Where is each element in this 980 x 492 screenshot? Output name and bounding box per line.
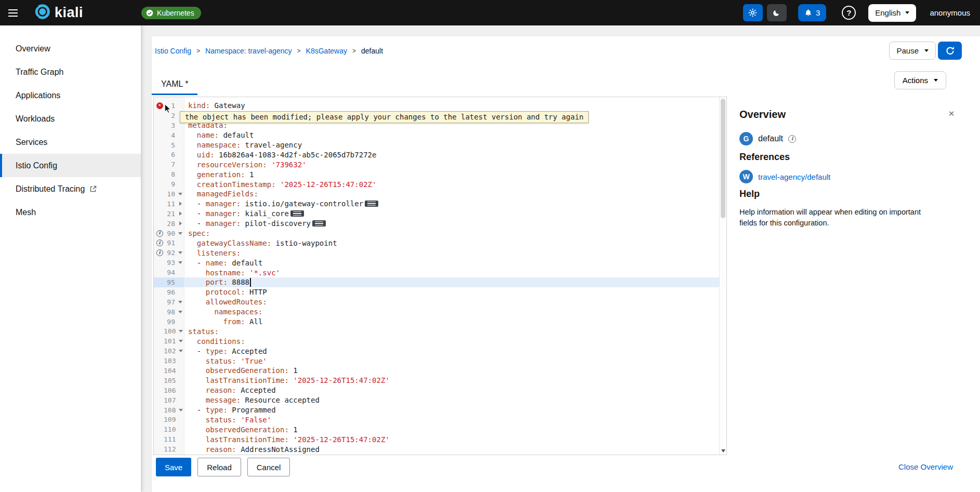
editor-line-92[interactable]: 92 listeners: (154, 248, 726, 258)
sidebar-item-workloads[interactable]: Workloads (0, 107, 141, 130)
breadcrumb-item[interactable]: Namespace: travel-agency (205, 47, 292, 55)
fold-closed-icon[interactable] (177, 211, 184, 216)
editor-code-cell[interactable]: conditions: (184, 337, 245, 345)
breadcrumb-item[interactable]: Istio Config (155, 47, 191, 55)
editor-line-11[interactable]: 11 - manager: istio.io/gateway-controlle… (154, 199, 726, 209)
editor-code-cell[interactable]: port: 8888 (184, 278, 251, 287)
editor-code-cell[interactable]: namespaces: (184, 308, 262, 316)
sidebar-item-services[interactable]: Services (0, 130, 141, 154)
editor-line-91[interactable]: 91 gatewayClassName: istio-waypoint (154, 238, 726, 248)
editor-line-99[interactable]: 99 from: All (154, 317, 726, 327)
editor-line-21[interactable]: 21 - manager: kiali_core (154, 209, 726, 219)
fold-open-icon[interactable] (177, 311, 184, 313)
editor-line-111[interactable]: 111 lastTransitionTime: '2025-12-26T15:4… (154, 434, 726, 444)
editor-line-107[interactable]: 107 message: Resource accepted (154, 395, 726, 405)
scrollbar-thumb[interactable] (721, 99, 725, 218)
editor-code-cell[interactable]: uid: 16b826a4-1083-4d2f-ab5c-2065d7b7272… (184, 151, 376, 159)
scrollbar-down-arrow-icon[interactable] (721, 449, 725, 453)
fold-open-icon[interactable] (177, 232, 184, 235)
sidebar-item-overview[interactable]: Overview (0, 37, 141, 60)
yaml-editor[interactable]: 1kind: Gateway23metadata:4 name: default… (153, 97, 727, 455)
fold-closed-icon[interactable] (177, 221, 184, 225)
editor-line-5[interactable]: 5 namespace: travel-agency (154, 140, 726, 150)
editor-line-110[interactable]: 110 observedGeneration: 1 (154, 424, 726, 434)
tab-yaml[interactable]: YAML * (152, 79, 197, 95)
editor-code-cell[interactable]: observedGeneration: 1 (184, 366, 298, 375)
collapsed-fold-badge[interactable] (290, 210, 304, 217)
editor-scrollbar[interactable] (719, 97, 726, 455)
editor-line-28[interactable]: 28 - manager: pilot-discovery (154, 219, 726, 229)
editor-code-cell[interactable]: creationTimestamp: '2025-12-26T15:47:02Z… (184, 180, 376, 189)
editor-line-10[interactable]: 10 managedFields: (154, 189, 726, 199)
editor-code-cell[interactable]: - name: default (184, 259, 262, 267)
sidebar-item-istio-config[interactable]: Istio Config (0, 154, 141, 177)
editor-code-cell[interactable]: - type: Accepted (184, 347, 267, 355)
error-annotation-icon[interactable] (156, 102, 163, 109)
editor-line-96[interactable]: 96 protocol: HTTP (154, 287, 726, 297)
reference-link[interactable]: travel-agency/default (758, 172, 830, 181)
editor-code-cell[interactable]: lastTransitionTime: '2025-12-26T15:47:02… (184, 376, 390, 384)
sidebar-item-mesh[interactable]: Mesh (0, 201, 141, 224)
editor-line-100[interactable]: 100status: (154, 326, 726, 336)
editor-line-102[interactable]: 102 - type: Accepted (154, 346, 726, 356)
editor-code-cell[interactable]: status: 'False' (184, 416, 271, 424)
editor-line-104[interactable]: 104 observedGeneration: 1 (154, 366, 726, 376)
cancel-button[interactable]: Cancel (247, 458, 290, 476)
settings-button[interactable] (743, 4, 763, 21)
editor-code-cell[interactable]: name: default (184, 131, 254, 139)
editor-code-cell[interactable]: protocol: HTTP (184, 288, 267, 296)
editor-code-cell[interactable]: - manager: kiali_core (184, 209, 304, 218)
editor-code-cell[interactable]: - manager: pilot-discovery (184, 219, 326, 228)
reload-button[interactable]: Reload (197, 458, 241, 476)
language-select[interactable]: English (868, 4, 916, 22)
editor-line-7[interactable]: 7 resourceVersion: '739632' (154, 159, 726, 169)
sidebar-item-traffic-graph[interactable]: Traffic Graph (0, 60, 141, 84)
editor-code-cell[interactable]: resourceVersion: '739632' (184, 161, 307, 169)
help-button[interactable] (842, 6, 856, 20)
fold-closed-icon[interactable] (177, 202, 184, 206)
pause-interval-select[interactable]: Pause (889, 42, 936, 60)
editor-code-cell[interactable]: reason: AddressNotAssigned (184, 445, 320, 454)
breadcrumb-item[interactable]: K8sGateway (306, 47, 347, 55)
collapsed-fold-badge[interactable] (312, 220, 326, 227)
editor-line-8[interactable]: 8 generation: 1 (154, 169, 726, 179)
close-icon[interactable] (946, 109, 957, 119)
collapsed-fold-badge[interactable] (365, 201, 378, 207)
editor-code-cell[interactable]: gatewayClassName: istio-waypoint (184, 239, 337, 247)
editor-line-103[interactable]: 103 status: 'True' (154, 356, 726, 366)
editor-code-cell[interactable]: status: 'True' (184, 357, 267, 365)
editor-code-cell[interactable]: observedGeneration: 1 (184, 425, 298, 434)
editor-line-1[interactable]: 1kind: Gateway (154, 101, 726, 111)
editor-line-108[interactable]: 108 - type: Programmed (154, 405, 726, 415)
editor-line-98[interactable]: 98 namespaces: (154, 307, 726, 317)
editor-line-90[interactable]: 90spec: (154, 229, 726, 238)
info-annotation-icon[interactable] (156, 240, 163, 246)
editor-line-109[interactable]: 109 status: 'False' (154, 415, 726, 425)
dark-mode-button[interactable] (767, 4, 787, 21)
editor-line-93[interactable]: 93 - name: default (154, 258, 726, 268)
fold-open-icon[interactable] (177, 193, 184, 195)
editor-code-cell[interactable]: reason: Accepted (184, 386, 276, 394)
info-annotation-icon[interactable] (156, 249, 163, 256)
fold-open-icon[interactable] (177, 261, 184, 264)
sidebar-item-applications[interactable]: Applications (0, 84, 141, 107)
editor-code-cell[interactable]: kind: Gateway (184, 101, 245, 110)
close-overview-link[interactable]: Close Overview (898, 462, 953, 471)
editor-line-106[interactable]: 106 reason: Accepted (154, 385, 726, 395)
fold-open-icon[interactable] (177, 251, 184, 254)
editor-line-94[interactable]: 94 hostname: '*.svc' (154, 268, 726, 277)
editor-line-6[interactable]: 6 uid: 16b826a4-1083-4d2f-ab5c-2065d7b72… (154, 150, 726, 159)
editor-line-4[interactable]: 4 name: default (154, 130, 726, 140)
notifications-button[interactable]: 3 (798, 4, 826, 21)
editor-line-112[interactable]: 112 reason: AddressNotAssigned (154, 444, 726, 454)
editor-code-cell[interactable]: lastTransitionTime: '2025-12-26T15:47:02… (184, 435, 390, 444)
editor-code-cell[interactable]: status: (184, 327, 219, 336)
editor-code-cell[interactable]: generation: 1 (184, 170, 254, 179)
save-button[interactable]: Save (156, 458, 191, 476)
editor-code-cell[interactable]: - manager: istio.io/gateway-controller (184, 200, 378, 208)
editor-code-cell[interactable]: from: All (184, 317, 262, 326)
editor-line-9[interactable]: 9 creationTimestamp: '2025-12-26T15:47:0… (154, 179, 726, 189)
editor-code-cell[interactable]: - type: Programmed (184, 406, 276, 414)
info-icon[interactable] (788, 135, 796, 143)
editor-code-cell[interactable]: namespace: travel-agency (184, 141, 302, 149)
